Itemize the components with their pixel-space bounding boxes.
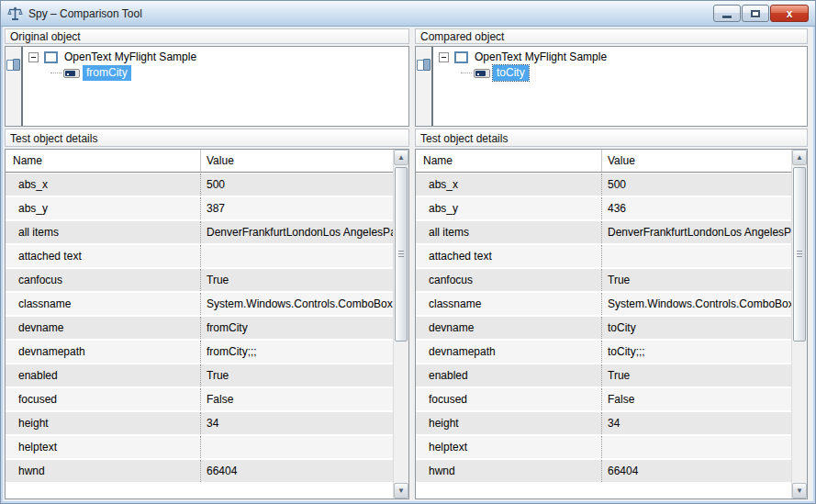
table-row[interactable]: attached text	[6, 245, 393, 267]
column-header-value[interactable]: Value	[601, 150, 791, 172]
scroll-down-icon[interactable]: ▼	[394, 483, 408, 498]
thumb-grip-icon	[797, 251, 802, 258]
tree-node-root[interactable]: OpenText MyFlight Sample	[433, 50, 807, 65]
table-row[interactable]: abs_y 387	[6, 197, 393, 219]
compared-tree-gutter	[416, 47, 433, 126]
property-name-cell: abs_x	[416, 174, 601, 196]
maximize-button[interactable]	[742, 5, 769, 22]
table-row[interactable]: attached text	[416, 245, 791, 267]
tree-root-label: OpenText MyFlight Sample	[471, 50, 610, 65]
property-value-cell: toCity	[601, 317, 791, 339]
property-value-cell: 66404	[601, 460, 791, 482]
table-row[interactable]: helptext	[6, 436, 393, 458]
scroll-down-icon[interactable]: ▼	[792, 483, 807, 498]
property-value-cell: 34	[200, 412, 393, 434]
property-name-cell: enabled	[6, 364, 200, 386]
table-row[interactable]: devname fromCity	[6, 317, 393, 339]
combobox-node-icon	[474, 69, 490, 78]
property-value-cell: 387	[200, 197, 393, 219]
table-row[interactable]: all items DenverFrankfurtLondonLos Angel…	[416, 221, 791, 243]
property-name-cell: abs_x	[6, 174, 200, 196]
table-row[interactable]: canfocus True	[416, 269, 791, 291]
property-name-cell: hwnd	[6, 460, 200, 482]
table-row[interactable]: enabled True	[6, 364, 393, 386]
tree-child-label: fromCity	[83, 65, 131, 81]
table-row[interactable]: focused False	[416, 388, 791, 410]
collapse-icon[interactable]	[439, 52, 449, 62]
property-value-cell: 500	[200, 174, 393, 196]
property-name-cell: canfocus	[416, 269, 601, 291]
property-name-cell: devnamepath	[416, 341, 601, 363]
compared-details-table: Name Value abs_x 500 abs_y 436 all items…	[415, 149, 808, 499]
collapse-icon[interactable]	[28, 52, 39, 62]
property-name-cell: abs_y	[416, 197, 601, 219]
table-row[interactable]: enabled True	[416, 364, 791, 386]
window-node-icon	[44, 51, 58, 63]
property-value-cell: System.Windows.Controls.ComboBox	[200, 293, 393, 315]
property-value-cell: toCity;;;	[601, 341, 791, 363]
table-row[interactable]: height 34	[416, 412, 791, 434]
scrollbar-thumb[interactable]	[793, 167, 806, 342]
tree-connector	[461, 73, 472, 73]
table-row[interactable]: classname System.Windows.Controls.ComboB…	[6, 293, 393, 315]
property-value-cell	[601, 436, 791, 458]
property-name-cell: enabled	[416, 364, 601, 386]
tree-node-root[interactable]: OpenText MyFlight Sample	[23, 50, 408, 65]
close-icon: x	[787, 8, 793, 19]
property-value-cell: 34	[601, 412, 791, 434]
table-row[interactable]: helptext	[416, 436, 791, 458]
table-row[interactable]: hwnd 66404	[416, 460, 791, 482]
property-value-cell: fromCity;;;	[200, 341, 393, 363]
balance-scale-icon	[7, 6, 23, 21]
table-row[interactable]: focused False	[6, 388, 393, 410]
scrollbar-thumb[interactable]	[395, 167, 408, 342]
table-row[interactable]: all items DenverFrankfurtLondonLos Angel…	[6, 221, 393, 243]
original-column: Original object OpenText MyFlight Sample	[5, 27, 409, 501]
minimize-icon	[722, 16, 732, 18]
window-controls: x	[713, 5, 809, 22]
scroll-up-icon[interactable]: ▲	[792, 150, 807, 165]
scroll-up-icon[interactable]: ▲	[394, 150, 408, 165]
column-header-value[interactable]: Value	[200, 150, 393, 172]
property-name-cell: all items	[6, 221, 200, 243]
tree-root-label: OpenText MyFlight Sample	[61, 50, 200, 65]
table-row[interactable]: hwnd 66404	[6, 460, 393, 482]
table-header-row: Name Value	[6, 150, 393, 173]
original-details-table: Name Value abs_x 500 abs_y 387 all items…	[5, 149, 409, 499]
property-name-cell: hwnd	[416, 460, 601, 482]
original-table-scrollbar[interactable]: ▲ ▼	[393, 150, 408, 498]
table-row[interactable]: canfocus True	[6, 269, 393, 291]
property-name-cell: all items	[416, 221, 601, 243]
property-name-cell: height	[6, 412, 200, 434]
property-value-cell	[200, 436, 393, 458]
close-button[interactable]: x	[770, 5, 809, 22]
compared-details-header: Test object details	[415, 129, 808, 147]
column-header-name[interactable]: Name	[416, 154, 601, 167]
table-row[interactable]: classname System.Windows.Controls.ComboB…	[416, 293, 791, 315]
property-name-cell: devname	[6, 317, 200, 339]
client-area: Original object OpenText MyFlight Sample	[3, 27, 813, 501]
table-row[interactable]: abs_x 500	[6, 174, 393, 196]
property-value-cell: True	[200, 364, 393, 386]
maximize-icon	[751, 10, 760, 17]
table-row[interactable]: devnamepath fromCity;;;	[6, 341, 393, 363]
compared-table-scrollbar[interactable]: ▲ ▼	[791, 150, 807, 498]
minimize-button[interactable]	[713, 5, 741, 22]
table-row[interactable]: devname toCity	[416, 317, 791, 339]
original-tree-gutter	[6, 47, 23, 126]
property-value-cell: True	[601, 364, 791, 386]
table-row[interactable]: height 34	[6, 412, 393, 434]
tree-node-tocity[interactable]: toCity	[433, 65, 807, 81]
table-row[interactable]: devnamepath toCity;;;	[416, 341, 791, 363]
table-row[interactable]: abs_y 436	[416, 197, 791, 219]
tree-node-fromcity[interactable]: fromCity	[23, 65, 408, 81]
property-value-cell: 66404	[200, 460, 393, 482]
table-row[interactable]: abs_x 500	[416, 174, 791, 196]
spy-comparison-window: Spy – Comparison Tool x Original object	[0, 0, 816, 504]
titlebar[interactable]: Spy – Comparison Tool	[1, 1, 815, 27]
tree-child-label: toCity	[493, 65, 529, 81]
column-header-name[interactable]: Name	[6, 154, 200, 167]
thumb-grip-icon	[398, 251, 404, 258]
property-name-cell: attached text	[6, 245, 200, 267]
compare-pages-icon	[6, 59, 20, 72]
